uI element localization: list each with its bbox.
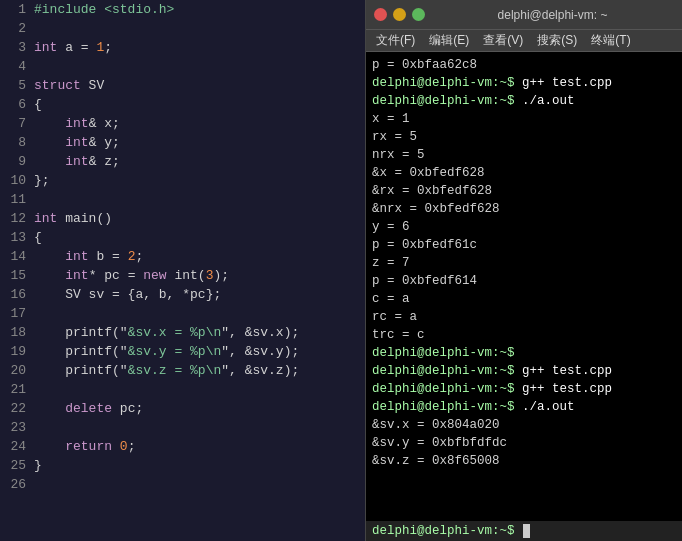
- line-number: 4: [4, 57, 26, 76]
- terminal-input-line[interactable]: delphi@delphi-vm:~$: [366, 521, 682, 541]
- code-line: 26: [0, 475, 365, 494]
- code-line: 2: [0, 19, 365, 38]
- code-text: return 0;: [34, 437, 135, 456]
- code-text: {: [34, 95, 42, 114]
- code-line: 22 delete pc;: [0, 399, 365, 418]
- code-line: 18 printf("&sv.x = %p\n", &sv.x);: [0, 323, 365, 342]
- code-line: 25}: [0, 456, 365, 475]
- code-text: delete pc;: [34, 399, 143, 418]
- line-number: 24: [4, 437, 26, 456]
- code-text: int b = 2;: [34, 247, 143, 266]
- code-line: 19 printf("&sv.y = %p\n", &sv.y);: [0, 342, 365, 361]
- line-number: 18: [4, 323, 26, 342]
- code-text: int* pc = new int(3);: [34, 266, 229, 285]
- line-number: 16: [4, 285, 26, 304]
- code-line: 15 int* pc = new int(3);: [0, 266, 365, 285]
- code-text: };: [34, 171, 50, 190]
- line-number: 9: [4, 152, 26, 171]
- line-number: 1: [4, 0, 26, 19]
- terminal-line: z = 7: [372, 254, 676, 272]
- line-number: 26: [4, 475, 26, 494]
- line-number: 3: [4, 38, 26, 57]
- line-number: 11: [4, 190, 26, 209]
- code-text: int& x;: [34, 114, 120, 133]
- cursor: [523, 524, 530, 538]
- code-text: SV sv = {a, b, *pc};: [34, 285, 221, 304]
- line-number: 22: [4, 399, 26, 418]
- terminal-prompt: delphi@delphi-vm:~$: [372, 524, 522, 538]
- code-line: 13{: [0, 228, 365, 247]
- code-line: 9 int& z;: [0, 152, 365, 171]
- terminal-line: p = 0xbfedf61c: [372, 236, 676, 254]
- code-line: 5struct SV: [0, 76, 365, 95]
- menu-item[interactable]: 查看(V): [477, 31, 529, 50]
- code-line: 12int main(): [0, 209, 365, 228]
- terminal-title: delphi@delphi-vm: ~: [431, 8, 674, 22]
- line-number: 17: [4, 304, 26, 323]
- code-line: 4: [0, 57, 365, 76]
- maximize-button[interactable]: [412, 8, 425, 21]
- line-number: 7: [4, 114, 26, 133]
- menu-item[interactable]: 编辑(E): [423, 31, 475, 50]
- code-editor: 1#include <stdio.h>23int a = 1;45struct …: [0, 0, 365, 541]
- code-text: int a = 1;: [34, 38, 112, 57]
- terminal-line: delphi@delphi-vm:~$ g++ test.cpp: [372, 74, 676, 92]
- terminal-line: p = 0xbfedf614: [372, 272, 676, 290]
- code-line: 24 return 0;: [0, 437, 365, 456]
- line-number: 23: [4, 418, 26, 437]
- code-text: int& z;: [34, 152, 120, 171]
- terminal-line: y = 6: [372, 218, 676, 236]
- code-text: printf("&sv.x = %p\n", &sv.x);: [34, 323, 299, 342]
- line-number: 8: [4, 133, 26, 152]
- terminal-line: delphi@delphi-vm:~$ ./a.out: [372, 92, 676, 110]
- code-line: 16 SV sv = {a, b, *pc};: [0, 285, 365, 304]
- terminal-line: &nrx = 0xbfedf628: [372, 200, 676, 218]
- terminal-line: rc = a: [372, 308, 676, 326]
- terminal-menubar: 文件(F)编辑(E)查看(V)搜索(S)终端(T): [366, 30, 682, 52]
- terminal-line: trc = c: [372, 326, 676, 344]
- code-text: printf("&sv.y = %p\n", &sv.y);: [34, 342, 299, 361]
- line-number: 6: [4, 95, 26, 114]
- terminal[interactable]: delphi@delphi-vm: ~ 文件(F)编辑(E)查看(V)搜索(S)…: [365, 0, 682, 541]
- line-number: 25: [4, 456, 26, 475]
- line-number: 10: [4, 171, 26, 190]
- code-line: 3int a = 1;: [0, 38, 365, 57]
- menu-item[interactable]: 终端(T): [585, 31, 636, 50]
- code-line: 20 printf("&sv.z = %p\n", &sv.z);: [0, 361, 365, 380]
- code-line: 23: [0, 418, 365, 437]
- line-number: 15: [4, 266, 26, 285]
- terminal-line: delphi@delphi-vm:~$ g++ test.cpp: [372, 362, 676, 380]
- terminal-line: delphi@delphi-vm:~$ ./a.out: [372, 398, 676, 416]
- menu-item[interactable]: 搜索(S): [531, 31, 583, 50]
- code-text: int main(): [34, 209, 112, 228]
- code-text: struct SV: [34, 76, 104, 95]
- terminal-line: &sv.y = 0xbfbfdfdc: [372, 434, 676, 452]
- terminal-titlebar: delphi@delphi-vm: ~: [366, 0, 682, 30]
- code-line: 8 int& y;: [0, 133, 365, 152]
- code-text: }: [34, 456, 42, 475]
- line-number: 12: [4, 209, 26, 228]
- code-text: printf("&sv.z = %p\n", &sv.z);: [34, 361, 299, 380]
- line-number: 20: [4, 361, 26, 380]
- close-button[interactable]: [374, 8, 387, 21]
- code-line: 17: [0, 304, 365, 323]
- terminal-line: delphi@delphi-vm:~$: [372, 344, 676, 362]
- code-text: int& y;: [34, 133, 120, 152]
- line-number: 5: [4, 76, 26, 95]
- code-line: 11: [0, 190, 365, 209]
- code-line: 21: [0, 380, 365, 399]
- code-text: #include <stdio.h>: [34, 0, 174, 19]
- code-line: 6{: [0, 95, 365, 114]
- menu-item[interactable]: 文件(F): [370, 31, 421, 50]
- terminal-line: rx = 5: [372, 128, 676, 146]
- terminal-line: x = 1: [372, 110, 676, 128]
- line-number: 19: [4, 342, 26, 361]
- line-number: 21: [4, 380, 26, 399]
- terminal-line: c = a: [372, 290, 676, 308]
- minimize-button[interactable]: [393, 8, 406, 21]
- terminal-line: &x = 0xbfedf628: [372, 164, 676, 182]
- terminal-line: &rx = 0xbfedf628: [372, 182, 676, 200]
- terminal-line: nrx = 5: [372, 146, 676, 164]
- line-number: 13: [4, 228, 26, 247]
- code-line: 14 int b = 2;: [0, 247, 365, 266]
